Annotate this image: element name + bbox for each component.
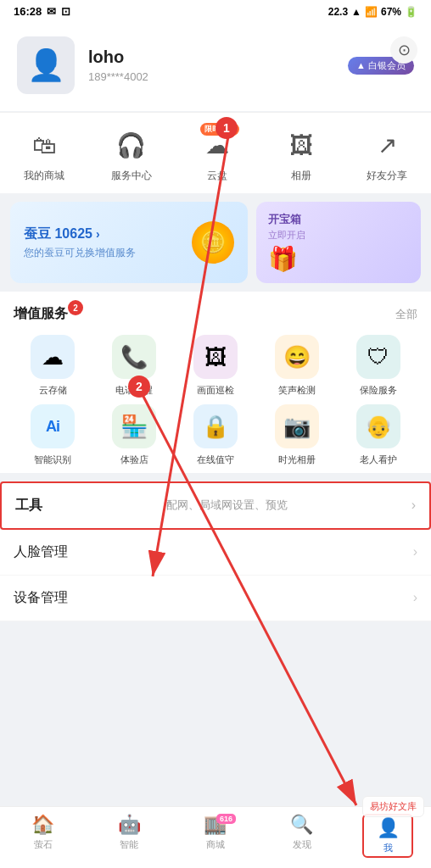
device-management-label: 设备管理 bbox=[14, 589, 68, 607]
shop-badge: 616 bbox=[216, 814, 236, 824]
cloud-badge: 限时活动 bbox=[200, 123, 239, 136]
imageinspect-label: 画面巡检 bbox=[197, 384, 234, 396]
me-icon: 👤 bbox=[377, 817, 400, 839]
service-time-album[interactable]: 📷 时光相册 bbox=[258, 404, 336, 465]
face-management-arrow: › bbox=[413, 544, 417, 559]
action-myshop[interactable]: 🛍 我的商城 bbox=[24, 126, 64, 183]
airecognize-label: 智能识别 bbox=[34, 453, 71, 465]
timealbum-icon-box: 📷 bbox=[275, 404, 319, 448]
tools-section[interactable]: 工具 配网、局域网设置、预览 › bbox=[0, 481, 431, 530]
sounddetect-icon: 😄 bbox=[283, 344, 311, 370]
me-label: 我 bbox=[383, 842, 393, 854]
sounddetect-icon-box: 😄 bbox=[275, 335, 319, 379]
device-management-arrow: › bbox=[413, 590, 417, 605]
service-phone-remind[interactable]: 📞 电话提醒 bbox=[95, 335, 173, 396]
action-share[interactable]: ↗ 好友分享 bbox=[367, 126, 407, 183]
quick-actions: 🛍 我的商城 🎧 服务中心 ☁ 限时活动 云盘 🖼 相册 ↗ 好友分享 bbox=[0, 112, 431, 193]
tools-label: 工具 bbox=[15, 497, 42, 515]
expstore-label: 体验店 bbox=[120, 453, 148, 465]
status-signal: 22.3 bbox=[328, 6, 348, 18]
expstore-icon-box: 🏪 bbox=[112, 404, 156, 448]
nav-me[interactable]: 👤 我 bbox=[362, 814, 413, 858]
onlineguard-icon-box: 🔒 bbox=[193, 404, 238, 448]
profile-name: loho bbox=[88, 47, 334, 67]
home-icon: 🏠 bbox=[31, 814, 54, 836]
insurance-icon-box: 🛡 bbox=[356, 335, 400, 379]
share-label: 好友分享 bbox=[367, 169, 407, 183]
services-more[interactable]: 全部 bbox=[395, 307, 417, 322]
cloudstorage-icon-box: ☁ bbox=[31, 335, 75, 379]
imageinspect-icon: 🖼 bbox=[204, 344, 227, 370]
service-sound-detect[interactable]: 😄 笑声检测 bbox=[258, 335, 336, 396]
coins-desc: 您的蚕豆可兑换增值服务 bbox=[24, 246, 183, 260]
coins-icon: 🪙 bbox=[192, 221, 234, 264]
services-header: 增值服务 2 全部 bbox=[14, 305, 417, 323]
eldercare-label: 老人看护 bbox=[360, 453, 397, 465]
action-album[interactable]: 🖼 相册 bbox=[283, 126, 320, 183]
avatar: 👤 bbox=[17, 36, 75, 94]
treasure-sub: 立即开启 bbox=[268, 229, 409, 242]
service-image-inspect[interactable]: 🖼 画面巡检 bbox=[176, 335, 255, 396]
status-time: 16:28 bbox=[14, 5, 42, 18]
service-ai-recognize[interactable]: Ai 智能识别 bbox=[14, 404, 92, 465]
tools-row[interactable]: 工具 配网、局域网设置、预览 › bbox=[2, 483, 429, 528]
profile-info: loho 189****4002 bbox=[88, 47, 334, 83]
banner-section: 蚕豆 10625 › 您的蚕豆可兑换增值服务 🪙 开宝箱 立即开启 🎁 bbox=[10, 202, 421, 283]
phoneremind-icon: 📞 bbox=[120, 344, 148, 370]
services-grid: ☁ 云存储 📞 电话提醒 🖼 画面巡检 😄 笑声检测 🛡 bbox=[14, 335, 417, 466]
settings-button[interactable]: ⊙ bbox=[390, 36, 417, 64]
sounddetect-label: 笑声检测 bbox=[278, 384, 316, 396]
status-battery-icon: 🔋 bbox=[405, 6, 417, 18]
services-title: 增值服务 2 bbox=[14, 305, 68, 323]
share-icon: ↗ bbox=[378, 131, 397, 159]
menu-face-management[interactable]: 人脸管理 › bbox=[0, 530, 431, 576]
menu-device-management[interactable]: 设备管理 › bbox=[0, 576, 431, 621]
coins-title: 蚕豆 10625 bbox=[24, 225, 92, 243]
coins-banner[interactable]: 蚕豆 10625 › 您的蚕豆可兑换增值服务 🪙 bbox=[10, 202, 248, 283]
nav-smart[interactable]: 🤖 智能 bbox=[104, 814, 154, 858]
service-cloudstorage[interactable]: ☁ 云存储 bbox=[14, 335, 92, 396]
nav-discover[interactable]: 🔍 发现 bbox=[277, 814, 327, 858]
imageinspect-icon-box: 🖼 bbox=[193, 335, 238, 379]
eldercare-icon: 👴 bbox=[365, 414, 392, 440]
nav-shop[interactable]: 🏬 616 商城 bbox=[190, 814, 241, 858]
status-battery: 67% bbox=[381, 6, 401, 18]
service-insurance[interactable]: 🛡 保险服务 bbox=[339, 335, 417, 396]
airecognize-icon: Ai bbox=[46, 418, 59, 436]
expstore-icon: 🏪 bbox=[120, 414, 148, 440]
smart-label: 智能 bbox=[120, 838, 138, 851]
service-online-guard[interactable]: 🔒 在线值守 bbox=[176, 404, 255, 465]
insurance-label: 保险服务 bbox=[360, 384, 397, 396]
treasure-box[interactable]: 开宝箱 立即开启 🎁 bbox=[256, 202, 421, 283]
service-label: 服务中心 bbox=[111, 169, 152, 183]
myshop-label: 我的商城 bbox=[24, 169, 64, 183]
services-badge: 2 bbox=[68, 300, 83, 315]
tools-desc: 配网、局域网设置、预览 bbox=[166, 498, 288, 513]
service-icon: 🎧 bbox=[116, 131, 146, 159]
album-icon: 🖼 bbox=[289, 131, 313, 159]
action-service[interactable]: 🎧 服务中心 bbox=[111, 126, 152, 183]
cloudstorage-icon: ☁ bbox=[42, 344, 64, 370]
home-label: 萤石 bbox=[34, 838, 53, 851]
onlineguard-icon: 🔒 bbox=[202, 414, 229, 440]
service-elder-care[interactable]: 👴 老人看护 bbox=[339, 404, 417, 465]
profile-section: 👤 loho 189****4002 ▲ 白银会员 ⊙ bbox=[0, 23, 431, 111]
cloudstorage-label: 云存储 bbox=[39, 384, 67, 396]
treasure-title: 开宝箱 bbox=[268, 212, 409, 227]
face-management-label: 人脸管理 bbox=[14, 543, 68, 561]
services-section: 增值服务 2 全部 ☁ 云存储 📞 电话提醒 🖼 画面巡检 😄 bbox=[0, 292, 431, 473]
status-msg-icon: ✉ bbox=[47, 5, 56, 18]
profile-phone: 189****4002 bbox=[88, 70, 334, 83]
coins-arrow-icon: › bbox=[96, 227, 100, 241]
status-bar: 16:28 ✉ ⊡ 22.3 ▲ 📶 67% 🔋 bbox=[0, 0, 431, 23]
status-network-icon: 📶 bbox=[365, 6, 378, 18]
action-cloud[interactable]: ☁ 限时活动 云盘 bbox=[199, 126, 236, 183]
discover-icon: 🔍 bbox=[290, 814, 313, 836]
tools-arrow-icon: › bbox=[411, 498, 416, 513]
nav-home[interactable]: 🏠 萤石 bbox=[18, 814, 69, 858]
service-experience-store[interactable]: 🏪 体验店 bbox=[95, 404, 173, 465]
watermark: 易坊好文库 bbox=[362, 796, 424, 817]
airecognize-icon-box: Ai bbox=[31, 404, 75, 448]
discover-label: 发现 bbox=[293, 838, 311, 851]
album-label: 相册 bbox=[291, 169, 311, 183]
